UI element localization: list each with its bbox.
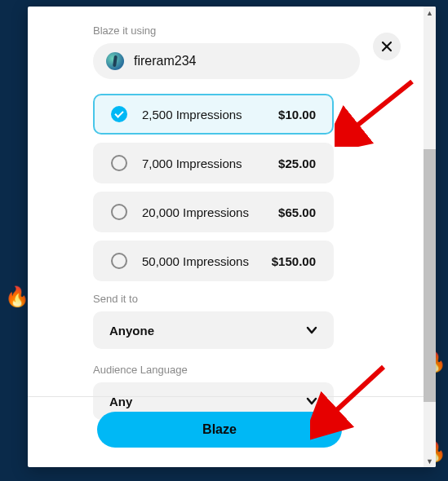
scroll-down-icon[interactable]: ▼ — [424, 455, 436, 467]
modal-panel: Blaze it using fireram234 2,500 Impressi… — [28, 7, 436, 467]
radio-icon — [111, 155, 127, 171]
tier-price: $150.00 — [272, 254, 316, 268]
blaze-button-label: Blaze — [202, 422, 237, 437]
tier-label: 20,000 Impressions — [142, 205, 278, 219]
send-to-label: Send it to — [93, 293, 358, 305]
close-icon — [381, 41, 393, 52]
blaze-button[interactable]: Blaze — [97, 412, 342, 448]
username-text: fireram234 — [134, 54, 196, 68]
audience-language-label: Audience Language — [93, 364, 358, 376]
send-to-dropdown[interactable]: Anyone — [93, 311, 334, 349]
chevron-down-icon — [306, 324, 317, 336]
tier-label: 50,000 Impressions — [142, 254, 272, 268]
chevron-down-icon — [306, 395, 317, 407]
send-to-value: Anyone — [109, 324, 154, 338]
avatar — [106, 52, 124, 70]
tier-label: 2,500 Impressions — [142, 108, 278, 121]
scrollbar-thumb[interactable] — [424, 149, 436, 402]
scroll-up-icon[interactable]: ▲ — [424, 7, 436, 19]
close-button[interactable] — [373, 33, 401, 60]
blaze-using-label: Blaze it using — [93, 24, 358, 37]
impression-tier-3[interactable]: 20,000 Impressions $65.00 — [93, 192, 334, 232]
scrollbar[interactable]: ▲ ▼ — [424, 7, 436, 467]
impression-tier-1[interactable]: 2,500 Impressions $10.00 — [93, 94, 334, 135]
tier-price: $25.00 — [278, 157, 316, 170]
bg-flame-icon: 🔥 — [5, 285, 29, 308]
radio-icon — [111, 253, 127, 269]
divider — [28, 396, 424, 397]
modal-content: Blaze it using fireram234 2,500 Impressi… — [28, 7, 424, 467]
tier-label: 7,000 Impressions — [142, 157, 278, 170]
impression-tier-2[interactable]: 7,000 Impressions $25.00 — [93, 143, 334, 183]
user-selector[interactable]: fireram234 — [93, 43, 360, 79]
tier-price: $10.00 — [278, 108, 316, 121]
radio-selected-icon — [111, 106, 127, 122]
radio-icon — [111, 204, 127, 220]
impression-tier-4[interactable]: 50,000 Impressions $150.00 — [93, 240, 334, 281]
tier-price: $65.00 — [278, 205, 316, 219]
